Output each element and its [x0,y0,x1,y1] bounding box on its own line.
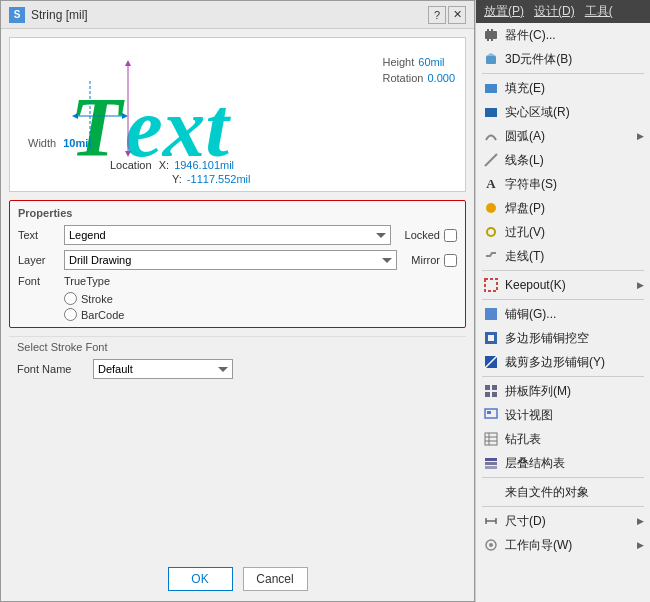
stroke-radio[interactable] [64,292,77,305]
svg-rect-40 [485,466,497,469]
text-row: Text Legend Locked [18,225,457,245]
properties-section: Properties Text Legend Locked Layer Dril… [9,200,466,328]
poly-cutout-icon [482,330,500,346]
menu-item-component[interactable]: 器件(C)... [476,23,650,47]
from-file-icon [482,484,500,500]
separator-6 [482,506,644,507]
location-x-value: 1946.101mil [174,159,234,171]
svg-rect-39 [485,462,497,465]
menu-label-guide: 工作向导(W) [505,537,632,554]
close-button[interactable]: ✕ [448,6,466,24]
barcode-row: BarCode [64,308,457,321]
menu-label-copper: 铺铜(G)... [505,306,644,323]
ok-button[interactable]: OK [168,567,233,591]
menu-item-via[interactable]: 过孔(V) [476,220,650,244]
menu-label-line: 线条(L) [505,152,644,169]
menu-label-design-view: 设计视图 [505,407,644,424]
menu-item-fill[interactable]: 填充(E) [476,76,650,100]
svg-rect-22 [485,279,497,291]
svg-rect-12 [487,39,489,41]
svg-rect-34 [485,433,497,445]
font-name-label: Font Name [17,363,87,375]
menu-item-line[interactable]: 线条(L) [476,148,650,172]
menu-label-solid: 实心区域(R) [505,104,644,121]
menu-item-solid[interactable]: 实心区域(R) [476,100,650,124]
dialog-title-left: S String [mil] [9,7,88,23]
preview-info: Height 60mil Rotation 0.000 [382,56,455,88]
string-dialog: S String [mil] ? ✕ T ext [0,0,475,602]
drill-table-icon [482,431,500,447]
locked-checkbox[interactable] [444,229,457,242]
guide-arrow: ▶ [637,540,644,550]
font-row: Font TrueType [18,275,457,287]
rotation-row: Rotation 0.000 [382,72,455,84]
mirror-group: Mirror [411,254,457,267]
separator-5 [482,477,644,478]
solid-icon [482,104,500,120]
stroke-label: Stroke [81,293,113,305]
menu-item-pad[interactable]: 焊盘(P) [476,196,650,220]
help-button[interactable]: ? [428,6,446,24]
layer-label: Layer [18,254,58,266]
svg-rect-29 [492,385,497,390]
dimension-icon [482,513,500,529]
menu-label-string: 字符串(S) [505,176,644,193]
menu-item-drill-table[interactable]: 钻孔表 [476,427,650,451]
svg-point-21 [488,229,494,235]
mirror-label: Mirror [411,254,440,266]
barcode-radio[interactable] [64,308,77,321]
svg-rect-28 [485,385,490,390]
menu-label-poly-cutout: 多边形铺铜挖空 [505,330,644,347]
right-panel: 放置(P) 设计(D) 工具( 器件(C)... 3D元件体(B) 填充(E) … [475,0,650,602]
titlebar-buttons: ? ✕ [428,6,466,24]
dialog-buttons: OK Cancel [1,555,474,601]
text-select[interactable]: Legend [64,225,391,245]
layer-select[interactable]: Drill Drawing [64,250,397,270]
menu-header-design[interactable]: 设计(D) [534,3,575,20]
section-label: Properties [18,207,457,219]
menu-item-poly-cutout[interactable]: 多边形铺铜挖空 [476,326,650,350]
chip-icon [482,27,500,43]
menu-item-clip-poly[interactable]: 裁剪多边形铺铜(Y) [476,350,650,374]
mirror-checkbox[interactable] [444,254,457,267]
svg-rect-13 [491,39,493,41]
menu-label-via: 过孔(V) [505,224,644,241]
stroke-row: Stroke [64,292,457,305]
array-icon [482,383,500,399]
height-value: 60mil [418,56,444,68]
font-name-select[interactable]: Default [93,359,233,379]
menu-item-dimension[interactable]: 尺寸(D) ▶ [476,509,650,533]
pad-icon [482,200,500,216]
clip-poly-icon [482,354,500,370]
location-area: Location X: 1946.101mil Y: -1117.552mil [110,159,250,185]
menu-label-keepout: Keepout(K) [505,278,632,292]
menu-item-trace[interactable]: 走线(T) [476,244,650,268]
design-view-icon [482,407,500,423]
rotation-value: 0.000 [427,72,455,84]
height-row: Height 60mil [382,56,455,68]
menu-item-stack-table[interactable]: 层叠结构表 [476,451,650,475]
menu-item-string[interactable]: A 字符串(S) [476,172,650,196]
cancel-button[interactable]: Cancel [243,567,308,591]
text-label: Text [18,229,58,241]
menu-item-keepout[interactable]: Keepout(K) ▶ [476,273,650,297]
menu-header-tools[interactable]: 工具( [585,3,613,20]
menu-item-arc[interactable]: 圆弧(A) ▶ [476,124,650,148]
menu-item-copper[interactable]: 铺铜(G)... [476,302,650,326]
menu-item-design-view[interactable]: 设计视图 [476,403,650,427]
width-value: 10mil [63,137,91,149]
svg-rect-25 [488,335,494,341]
via-icon [482,224,500,240]
menu-label-array: 拼板阵列(M) [505,383,644,400]
menu-item-3d[interactable]: 3D元件体(B) [476,47,650,71]
menu-label-component: 器件(C)... [505,27,644,44]
menu-item-guide[interactable]: 工作向导(W) ▶ [476,533,650,557]
svg-rect-38 [485,458,497,461]
font-type-group: Stroke BarCode [64,292,457,321]
barcode-label: BarCode [81,309,124,321]
menu-label-fill: 填充(E) [505,80,644,97]
svg-rect-31 [492,392,497,397]
menu-item-array[interactable]: 拼板阵列(M) [476,379,650,403]
menu-item-from-file[interactable]: 来自文件的对象 [476,480,650,504]
menu-header-place[interactable]: 放置(P) [484,3,524,20]
